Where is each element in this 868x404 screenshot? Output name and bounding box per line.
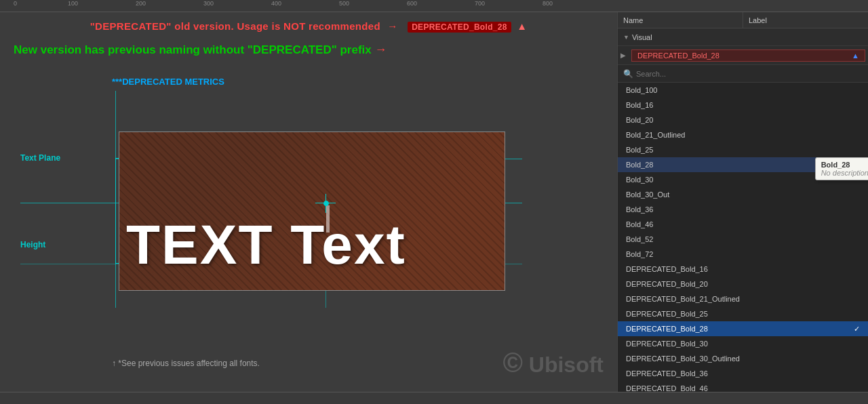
search-input[interactable] — [636, 70, 863, 78]
text-preview-content: TEXT Text — [126, 213, 406, 277]
ruler-mark: 200 — [136, 0, 146, 7]
list-item[interactable]: Bold_46 — [618, 217, 868, 232]
new-version-message: New version has previous naming without … — [14, 43, 481, 57]
arrow-right-icon: → — [375, 43, 387, 56]
list-item[interactable]: DEPRECATED_Bold_30 — [618, 336, 868, 351]
text-preview-area: Text Plane Height Center TEXT Text — [20, 91, 522, 308]
list-item[interactable]: Bold_20 — [618, 113, 868, 127]
list-item[interactable]: DEPRECATED_Bold_21_Outlined — [618, 291, 868, 306]
list-item[interactable]: DEPRECATED_Bold_30_Outlined — [618, 351, 868, 366]
top-ruler: 0 100 200 300 400 500 600 700 800 — [0, 0, 868, 12]
expand-icon: ▲ — [517, 20, 527, 32]
dropdown-row[interactable]: ▶ DEPRECATED_Bold_28 ▲ — [618, 46, 868, 65]
list-item[interactable]: Bold_36 — [618, 202, 868, 217]
list-item[interactable]: DEPRECATED_Bold_46 — [618, 381, 868, 392]
main-layout: "DEPRECATED" old version. Usage is NOT r… — [0, 12, 868, 392]
label-header-text: Label — [749, 16, 767, 24]
visual-section-header[interactable]: ▼ Visual — [618, 28, 868, 46]
ruler-mark: 600 — [407, 0, 417, 7]
list-item[interactable]: Bold_25 — [618, 142, 868, 157]
list-item-bold28[interactable]: Bold_28 Bold_28 No description — [618, 157, 868, 172]
list-item[interactable]: DEPRECATED_Bold_25 — [618, 306, 868, 321]
list-item[interactable]: DEPRECATED_Bold_20 — [618, 277, 868, 291]
ruler-mark: 500 — [339, 0, 349, 7]
bracket-vert — [115, 158, 116, 264]
canvas-content: ***DEPRECATED METRICS Text Plane Height … — [14, 77, 617, 371]
list-item[interactable]: Bold_52 — [618, 232, 868, 247]
search-row: 🔍 — [618, 65, 868, 83]
ruler-mark: 800 — [542, 0, 553, 7]
bottom-ruler — [0, 392, 868, 404]
list-item[interactable]: Bold_100 — [618, 83, 868, 98]
ruler-mark: 400 — [271, 0, 281, 7]
list-item-selected[interactable]: DEPRECATED_Bold_28 ✓ — [618, 321, 868, 336]
tooltip-title: Bold_28 — [821, 161, 868, 169]
tooltip-description: No description — [821, 169, 868, 177]
ruler-mark: 100 — [68, 0, 78, 7]
selected-font-name: DEPRECATED_Bold_28 — [637, 52, 719, 60]
height-label: Height — [20, 240, 45, 249]
text-display: TEXT Text — [126, 214, 406, 275]
dropdown-checkmark-icon: ▲ — [852, 52, 859, 60]
dropdown-arrow-icon: ▶ — [618, 52, 629, 59]
dropdown-selected-value[interactable]: DEPRECATED_Bold_28 ▲ — [631, 49, 865, 62]
label-column-header: Label — [743, 12, 868, 28]
deprecated-warning-text: "DEPRECATED" old version. Usage is NOT r… — [90, 20, 380, 32]
list-item[interactable]: Bold_30_Out — [618, 187, 868, 202]
right-panel: Name Label ▼ Visual ▶ DEPRECATED_Bold_28… — [617, 12, 868, 392]
list-item[interactable]: DEPRECATED_Bold_16 — [618, 262, 868, 277]
text-plane-label: Text Plane — [20, 153, 60, 163]
deprecated-metrics-label: ***DEPRECATED METRICS — [112, 77, 617, 87]
canvas-area: "DEPRECATED" old version. Usage is NOT r… — [0, 12, 617, 392]
ruler-marks: 0 100 200 300 400 500 600 700 800 — [0, 0, 868, 12]
name-header-text: Name — [623, 16, 643, 24]
deprecated-tag: DEPRECATED_Bold_28 — [408, 22, 511, 33]
ruler-mark: 0 — [14, 0, 17, 7]
list-item[interactable]: Bold_72 — [618, 247, 868, 262]
visual-section-label: Visual — [632, 33, 652, 41]
bottom-note: ↑ *See previous issues affecting all fon… — [112, 359, 260, 368]
search-icon: 🔍 — [623, 69, 633, 79]
ruler-mark: 300 — [203, 0, 214, 7]
name-column-header: Name — [618, 12, 743, 28]
arrow-icon: → — [387, 20, 397, 32]
text-cursor — [326, 205, 330, 233]
panel-header: Name Label — [618, 12, 868, 28]
list-item[interactable]: Bold_21_Outlined — [618, 127, 868, 142]
ruler-mark: 700 — [475, 0, 485, 7]
dropdown-list[interactable]: Bold_100 Bold_16 Bold_20 Bold_21_Outline… — [618, 83, 868, 392]
new-version-text: New version has previous naming without … — [14, 43, 372, 56]
deprecated-warning: "DEPRECATED" old version. Usage is NOT r… — [0, 20, 617, 32]
text-preview-box: TEXT Text — [119, 132, 505, 291]
visual-arrow-icon: ▼ — [623, 34, 629, 41]
center-dot — [323, 201, 329, 206]
tooltip-bold28: Bold_28 No description — [815, 157, 868, 180]
list-item[interactable]: Bold_16 — [618, 98, 868, 113]
selected-check-icon: ✓ — [854, 325, 860, 334]
list-item[interactable]: DEPRECATED_Bold_36 — [618, 366, 868, 381]
